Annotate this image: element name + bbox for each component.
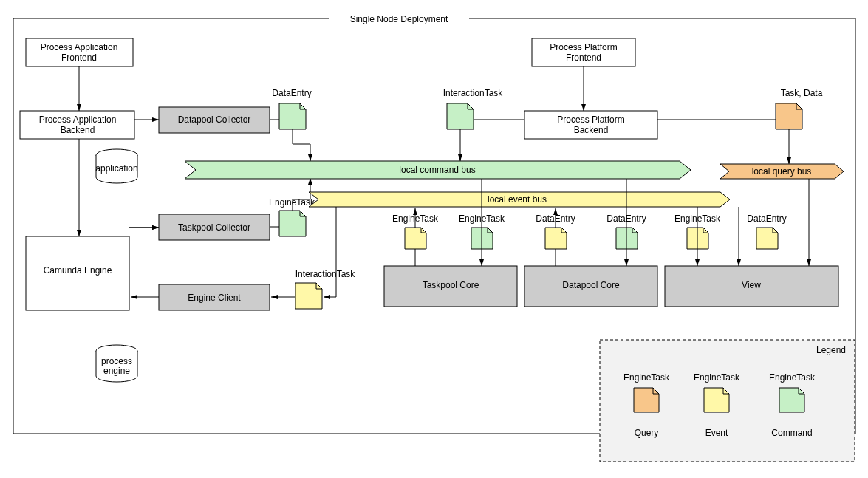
svg-text:EngineTask: EngineTask — [694, 372, 740, 383]
svg-text:Backend: Backend — [574, 125, 609, 135]
svg-text:EngineTask: EngineTask — [269, 197, 315, 208]
diagram-title: Single Node Deployment — [350, 14, 448, 24]
pa-frontend-l2: Frontend — [61, 52, 97, 63]
svg-text:local event bus: local event bus — [488, 194, 547, 205]
svg-text:Process Platform: Process Platform — [557, 115, 624, 125]
svg-text:Taskpool Core: Taskpool Core — [423, 280, 479, 290]
svg-text:local command bus: local command bus — [399, 165, 475, 175]
db-application: application — [95, 149, 137, 183]
svg-text:DataEntry: DataEntry — [747, 214, 786, 224]
engine-client-label: Engine Client — [188, 293, 241, 303]
taskpool-collector-label: Taskpool Collector — [178, 222, 250, 233]
camunda-label: Camunda Engine — [44, 265, 112, 276]
svg-text:process: process — [101, 356, 132, 366]
svg-text:application: application — [95, 163, 137, 174]
db-process-engine: process engine — [96, 345, 137, 382]
svg-text:local query bus: local query bus — [752, 166, 812, 177]
bus-command: local command bus — [185, 161, 691, 179]
datapool-collector-label: Datapool Collector — [178, 115, 251, 125]
svg-text:InteractionTask: InteractionTask — [295, 269, 356, 279]
svg-text:Datapool Core: Datapool Core — [562, 280, 620, 290]
svg-text:Query: Query — [635, 428, 659, 438]
bus-query: local query bus — [720, 164, 844, 179]
legend-title: Legend — [816, 345, 846, 355]
bus-event: local event bus — [309, 192, 730, 207]
pa-frontend-l1: Process Application — [41, 42, 118, 52]
svg-text:EngineTask: EngineTask — [623, 372, 670, 383]
svg-text:Command: Command — [771, 428, 812, 438]
svg-text:Process Platform: Process Platform — [550, 42, 617, 52]
svg-text:Frontend: Frontend — [566, 52, 601, 63]
svg-text:Task, Data: Task, Data — [781, 88, 823, 98]
svg-text:EngineTask: EngineTask — [769, 372, 816, 383]
svg-text:DataEntry: DataEntry — [272, 88, 311, 98]
svg-text:engine: engine — [103, 366, 130, 376]
svg-text:View: View — [742, 280, 761, 290]
pa-backend-l2: Backend — [61, 125, 95, 135]
pa-backend-l1: Process Application — [39, 115, 117, 125]
svg-text:Event: Event — [705, 428, 728, 438]
svg-text:InteractionTask: InteractionTask — [443, 88, 504, 98]
